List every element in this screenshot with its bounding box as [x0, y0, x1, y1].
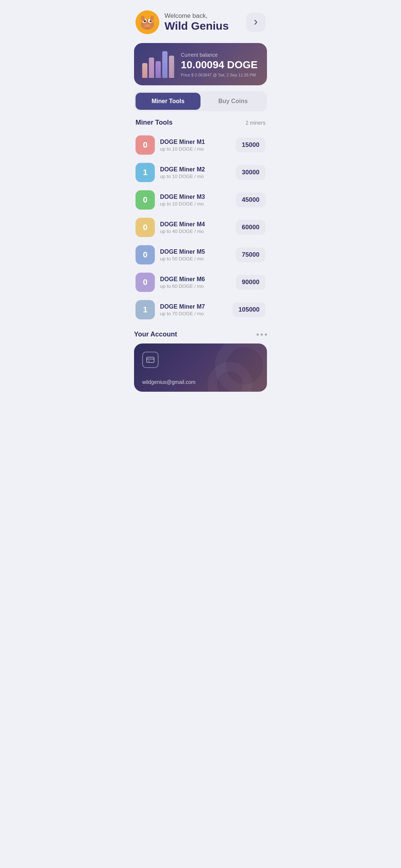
miner-name-m3: DOGE Miner M3 — [160, 194, 231, 200]
tabs-container: Miner Tools Buy Coins — [134, 91, 267, 111]
miner-name-m1: DOGE Miner M1 — [160, 139, 231, 145]
account-header: Your Account — [134, 331, 267, 338]
miner-item-m6[interactable]: 0 DOGE Miner M6 up to 60 DOGE / mo 90000 — [134, 269, 267, 296]
miner-item-m2[interactable]: 1 DOGE Miner M2 up to 10 DOGE / mo 30000 — [134, 159, 267, 186]
avatar — [136, 10, 159, 34]
miner-info-m3: DOGE Miner M3 up to 10 DOGE / mo — [160, 194, 231, 207]
miner-price-m3[interactable]: 45000 — [236, 193, 265, 207]
account-section: Your Account wildgenius@gmail.com — [128, 331, 273, 392]
miner-name-m6: DOGE Miner M6 — [160, 276, 231, 283]
tab-miner-tools[interactable]: Miner Tools — [136, 93, 200, 110]
miner-badge-m7: 1 — [136, 300, 155, 319]
miner-item-m1[interactable]: 0 DOGE Miner M1 up to 10 DOGE / mo 15000 — [134, 132, 267, 158]
chart-bar-2 — [149, 57, 154, 78]
miners-list: 0 DOGE Miner M1 up to 10 DOGE / mo 15000… — [128, 132, 273, 323]
miner-badge-m1: 0 — [136, 135, 155, 155]
chart-bar-1 — [142, 63, 147, 78]
miner-desc-m7: up to 70 DOGE / mo — [160, 311, 227, 316]
chart-bar-5 — [169, 56, 174, 78]
miner-desc-m3: up to 10 DOGE / mo — [160, 201, 231, 207]
miner-name-m2: DOGE Miner M2 — [160, 166, 231, 173]
dots-menu-button[interactable] — [257, 333, 267, 336]
header: Welcome back, Wild Genius — [128, 0, 273, 40]
account-title: Your Account — [134, 331, 177, 338]
balance-info: Current balance 10.00094 DOGE Price $ 0.… — [181, 52, 259, 77]
section-title: Miner Tools — [136, 119, 173, 126]
dot-1 — [257, 333, 259, 336]
miner-item-m5[interactable]: 0 DOGE Miner M5 up to 50 DOGE / mo 75000 — [134, 241, 267, 268]
miners-count: 2 miners — [245, 120, 265, 126]
miner-price-m6[interactable]: 90000 — [236, 275, 265, 290]
tab-buy-coins[interactable]: Buy Coins — [200, 93, 265, 110]
user-name: Wild Genius — [164, 20, 241, 32]
miner-name-m4: DOGE Miner M4 — [160, 221, 231, 228]
miner-badge-m2: 1 — [136, 163, 155, 182]
miner-item-m7[interactable]: 1 DOGE Miner M7 up to 70 DOGE / mo 10500… — [134, 296, 267, 323]
miner-price-m4[interactable]: 60000 — [236, 220, 265, 235]
chart-bar-4 — [162, 51, 167, 78]
miner-price-m1[interactable]: 15000 — [236, 138, 265, 152]
section-header: Miner Tools 2 miners — [128, 117, 273, 132]
miner-badge-m4: 0 — [136, 218, 155, 237]
card-icon — [142, 352, 159, 368]
account-card: wildgenius@gmail.com — [134, 343, 267, 392]
dot-2 — [261, 333, 263, 336]
miner-desc-m5: up to 50 DOGE / mo — [160, 256, 231, 262]
miner-badge-m6: 0 — [136, 273, 155, 292]
miner-info-m1: DOGE Miner M1 up to 10 DOGE / mo — [160, 139, 231, 152]
dot-3 — [265, 333, 267, 336]
miner-info-m5: DOGE Miner M5 up to 50 DOGE / mo — [160, 249, 231, 262]
welcome-text: Welcome back, — [164, 12, 241, 20]
miner-info-m7: DOGE Miner M7 up to 70 DOGE / mo — [160, 303, 227, 316]
miner-info-m4: DOGE Miner M4 up to 40 DOGE / mo — [160, 221, 231, 234]
miner-item-m4[interactable]: 0 DOGE Miner M4 up to 40 DOGE / mo 60000 — [134, 214, 267, 241]
miner-info-m6: DOGE Miner M6 up to 60 DOGE / mo — [160, 276, 231, 289]
miner-name-m7: DOGE Miner M7 — [160, 303, 227, 310]
svg-point-6 — [144, 24, 150, 28]
balance-card: Current balance 10.00094 DOGE Price $ 0.… — [134, 43, 267, 85]
miner-price-m2[interactable]: 30000 — [236, 165, 265, 180]
miner-badge-m5: 0 — [136, 245, 155, 264]
miner-desc-m2: up to 10 DOGE / mo — [160, 174, 231, 179]
svg-rect-9 — [147, 357, 154, 362]
miner-price-m5[interactable]: 75000 — [236, 247, 265, 262]
balance-label: Current balance — [181, 52, 259, 58]
miner-desc-m6: up to 60 DOGE / mo — [160, 283, 231, 289]
miner-info-m2: DOGE Miner M2 up to 10 DOGE / mo — [160, 166, 231, 179]
balance-chart — [142, 51, 174, 78]
miner-desc-m4: up to 40 DOGE / mo — [160, 228, 231, 234]
chart-bar-3 — [156, 61, 161, 78]
miner-price-m7[interactable]: 105000 — [232, 302, 265, 317]
miner-item-m3[interactable]: 0 DOGE Miner M3 up to 10 DOGE / mo 45000 — [134, 187, 267, 213]
miner-name-m5: DOGE Miner M5 — [160, 249, 231, 255]
balance-price: Price $ 0.063847 @ Sat, 2 Sep 11:26 PM — [181, 73, 259, 77]
miner-desc-m1: up to 10 DOGE / mo — [160, 146, 231, 152]
balance-amount: 10.00094 DOGE — [181, 59, 259, 71]
header-text: Welcome back, Wild Genius — [164, 12, 241, 32]
navigation-arrow-button[interactable] — [246, 13, 265, 32]
miner-badge-m3: 0 — [136, 190, 155, 210]
